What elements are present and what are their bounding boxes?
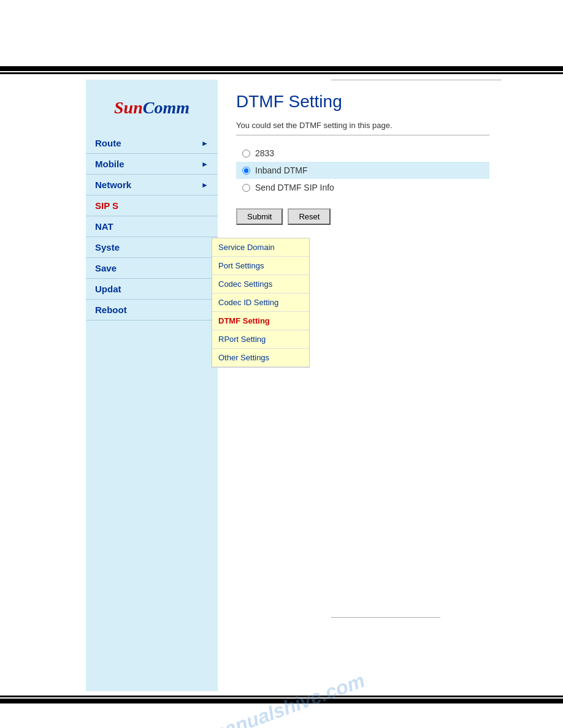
content-area: DTMF Setting You could set the DTMF sett… — [218, 80, 502, 691]
sidebar-item-system-label: Syste — [95, 242, 120, 252]
sidebar: SunComm Route ► Mobile ► Network ► SIP S… — [86, 80, 218, 691]
logo: SunComm — [95, 98, 209, 118]
sidebar-item-reboot[interactable]: Reboot — [86, 300, 218, 320]
sidebar-item-network[interactable]: Network ► — [86, 175, 218, 195]
network-arrow-icon: ► — [201, 181, 209, 189]
logo-area: SunComm — [86, 92, 218, 133]
submenu-service-domain[interactable]: Service Domain — [212, 238, 309, 257]
label-sipinfo: Send DTMF SIP Info — [255, 183, 334, 192]
sidebar-item-nat-label: NAT — [95, 221, 113, 232]
sidebar-item-route[interactable]: Route ► — [86, 133, 218, 154]
sidebar-item-sip-label: SIP S — [95, 200, 118, 211]
sidebar-item-route-label: Route — [95, 138, 121, 148]
submit-button[interactable]: Submit — [236, 208, 283, 225]
sidebar-item-update[interactable]: Updat — [86, 279, 218, 300]
logo-comm: Comm — [143, 98, 190, 117]
reset-button[interactable]: Reset — [288, 208, 331, 225]
sidebar-item-sip[interactable]: SIP S — [86, 195, 218, 216]
label-inband: Inband DTMF — [255, 165, 308, 175]
bottom-content-divider — [331, 617, 440, 618]
dtmf-options: 2833 Inband DTMF Send DTMF SIP Info — [236, 145, 489, 196]
top-border-thick — [0, 66, 563, 71]
submenu-codec-settings[interactable]: Codec Settings — [212, 275, 309, 294]
submenu-rport-setting[interactable]: RPort Setting — [212, 330, 309, 349]
sidebar-item-mobile-label: Mobile — [95, 159, 124, 169]
radio-sipinfo[interactable] — [242, 184, 250, 192]
bottom-border-thick — [0, 699, 563, 703]
bottom-border-thin — [0, 696, 563, 697]
top-content-divider — [331, 80, 502, 80]
submenu-other-settings[interactable]: Other Settings — [212, 349, 309, 367]
sidebar-item-system[interactable]: Syste — [86, 237, 218, 258]
label-2833: 2833 — [255, 148, 274, 158]
sidebar-item-save-label: Save — [95, 263, 117, 273]
radio-inband[interactable] — [242, 167, 250, 175]
sidebar-item-update-label: Updat — [95, 284, 121, 294]
logo-sun: Sun — [114, 98, 143, 117]
option-row-2833: 2833 — [236, 145, 489, 162]
page-title: DTMF Setting — [236, 92, 489, 112]
main-container: SunComm Route ► Mobile ► Network ► SIP S… — [86, 80, 502, 691]
sidebar-item-nat[interactable]: NAT — [86, 216, 218, 237]
mobile-arrow-icon: ► — [201, 160, 209, 169]
radio-2833[interactable] — [242, 150, 250, 157]
submenu-dtmf-setting[interactable]: DTMF Setting — [212, 312, 309, 330]
top-border-thin — [0, 72, 563, 74]
option-row-sipinfo: Send DTMF SIP Info — [236, 179, 489, 196]
page-description: You could set the DTMF setting in this p… — [236, 121, 489, 135]
option-row-inband: Inband DTMF — [236, 162, 489, 179]
sidebar-item-reboot-label: Reboot — [95, 305, 127, 315]
submenu-port-settings[interactable]: Port Settings — [212, 257, 309, 275]
sidebar-item-save[interactable]: Save — [86, 258, 218, 279]
sidebar-item-mobile[interactable]: Mobile ► — [86, 154, 218, 175]
route-arrow-icon: ► — [201, 139, 209, 148]
sidebar-item-network-label: Network — [95, 180, 131, 190]
button-row: Submit Reset — [236, 208, 489, 225]
sip-submenu: Service Domain Port Settings Codec Setti… — [212, 238, 310, 368]
submenu-codec-id-setting[interactable]: Codec ID Setting — [212, 294, 309, 312]
